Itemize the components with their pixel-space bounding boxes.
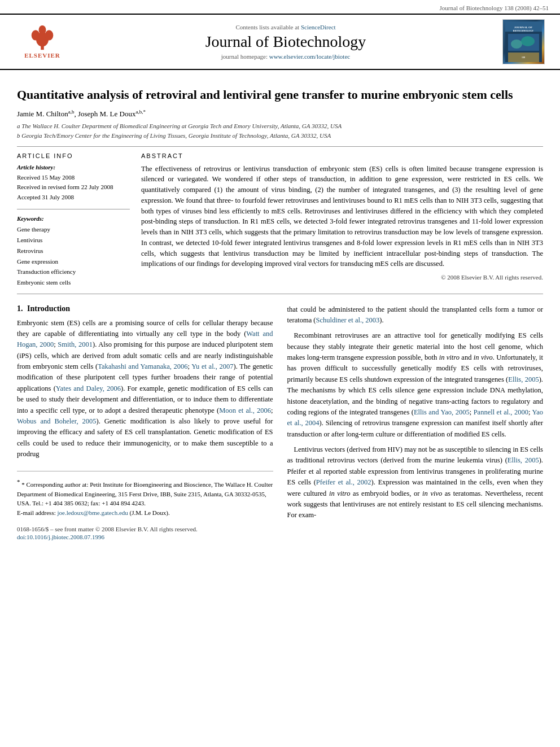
body-content: 1. Introduction Embryonic stem (ES) cell… [17, 304, 543, 541]
cover-image-svg: JOURNAL OF BIOTECHNOLOGY 138 [505, 21, 542, 62]
journal-cover-area: JOURNAL OF BIOTECHNOLOGY 138 [498, 19, 549, 64]
section1-para-right3: Lentivirus vectors (derived from HIV) ma… [287, 444, 544, 521]
svg-point-2 [32, 30, 40, 40]
body-col-left: 1. Introduction Embryonic stem (ES) cell… [17, 304, 273, 541]
svg-text:JOURNAL OF: JOURNAL OF [514, 26, 532, 29]
elsevier-logo-area: ELSEVIER [11, 25, 73, 59]
body-col-right: that could be administered to the patien… [287, 304, 544, 541]
ref-ellis-2005[interactable]: Ellis, 2005 [508, 375, 539, 383]
article-info-col: ARTICLE INFO Article history: Received 1… [17, 152, 130, 288]
keyword-1: Gene therapy [17, 224, 130, 235]
ref-watt-hogan[interactable]: Watt and Hogan, 2000 [17, 330, 273, 348]
section1-para-right2: Recombinant retroviruses are an attracti… [287, 330, 544, 440]
keyword-5: Transduction efficiency [17, 267, 130, 277]
page: Journal of Biotechnology 138 (2008) 42–5… [0, 0, 560, 747]
sciencedirect-link[interactable]: ScienceDirect [301, 24, 336, 30]
history-label: Article history: [17, 164, 130, 171]
dates: Received 15 May 2008 Received in revised… [17, 173, 130, 203]
email-suffix: (J.M. Le Doux). [130, 509, 170, 516]
ref-wobus[interactable]: Wobus and Boheler, 2005 [17, 417, 97, 425]
authors-line: Jamie M. Chiltona,b, Joseph M. Le Douxa,… [17, 109, 543, 119]
article-history: Article history: Received 15 May 2008 Re… [17, 164, 130, 203]
sciencedirect-prefix: Contents lists available at [235, 24, 300, 30]
ref-pfeifer[interactable]: Pfeifer et al., 2002 [316, 478, 371, 486]
elsevier-tree-icon [23, 25, 62, 51]
author1-sup: a,b [68, 109, 75, 115]
divider-keywords [17, 209, 130, 209]
author2-name: Joseph M. Le Doux [78, 110, 136, 118]
keyword-4: Gene expression [17, 256, 130, 267]
journal-cover-image: JOURNAL OF BIOTECHNOLOGY 138 [502, 19, 545, 64]
accepted-date: Accepted 31 July 2008 [17, 193, 130, 203]
main-content: Quantitative analysis of retroviral and … [0, 70, 560, 552]
keywords-label: Keywords: [17, 215, 130, 222]
section1-body-right: that could be administered to the patien… [287, 304, 544, 521]
reference-text: Journal of Biotechnology 138 (2008) 42–5… [440, 5, 549, 11]
homepage-link[interactable]: www.elsevier.com/locate/jbiotec [269, 53, 350, 60]
svg-point-10 [511, 40, 522, 49]
journal-header: ELSEVIER Contents lists available at Sci… [0, 14, 560, 70]
ref-yates[interactable]: Yates and Daley, 2006 [56, 385, 121, 392]
email-address[interactable]: joe.ledoux@bme.gatech.edu [57, 509, 128, 516]
section1-body: Embryonic stem (ES) cells are a promisin… [17, 318, 273, 460]
footnote-area: * * Corresponding author at: Petit Insti… [17, 471, 273, 540]
svg-text:BIOTECHNOLOGY: BIOTECHNOLOGY [513, 29, 533, 32]
section1-para-right1: that could be administered to the patien… [287, 304, 544, 326]
revised-date: Received in revised form 22 July 2008 [17, 182, 130, 193]
article-info-header: ARTICLE INFO [17, 152, 130, 159]
abstract-paragraph: The effectiveness of retrovirus or lenti… [141, 164, 543, 270]
ref-ellis-yao[interactable]: Ellis and Yao, 2005 [414, 408, 470, 416]
divider-1 [17, 146, 543, 147]
homepage-prefix: journal homepage: [221, 53, 269, 60]
keyword-3: Retrovirus [17, 246, 130, 256]
svg-point-3 [45, 30, 54, 40]
svg-point-4 [39, 25, 46, 35]
doi-line[interactable]: doi:10.1016/j.jbiotec.2008.07.1996 [17, 534, 198, 540]
footnote-text: * * Corresponding author at: Petit Insti… [17, 477, 273, 517]
abstract-text: The effectiveness of retrovirus or lenti… [141, 164, 543, 270]
body-two-col: 1. Introduction Embryonic stem (ES) cell… [17, 304, 543, 541]
received-date: Received 15 May 2008 [17, 173, 130, 183]
elsevier-text: ELSEVIER [24, 52, 60, 59]
abstract-header: ABSTRACT [141, 152, 543, 159]
keyword-2: Lentivirus [17, 235, 130, 246]
author1-name: Jamie M. Chilton [17, 110, 68, 118]
issn-line: 0168-1656/$ – see front matter © 2008 El… [17, 526, 198, 532]
sciencedirect-line: Contents lists available at ScienceDirec… [73, 24, 498, 30]
journal-title: Journal of Biotechnology [73, 33, 498, 51]
article-info-abstract: ARTICLE INFO Article history: Received 1… [17, 152, 543, 288]
affiliation-2: b Georgia Tech/Emory Center for the Engi… [17, 132, 543, 140]
svg-text:138: 138 [522, 56, 525, 59]
ref-pannell[interactable]: Pannell et al., 2000 [474, 408, 528, 416]
section1-para1: Embryonic stem (ES) cells are a promisin… [17, 318, 273, 460]
ref-schuldiner[interactable]: Schuldiner et al., 2003 [316, 316, 380, 324]
ref-smith-2001[interactable]: Smith, 2001 [58, 340, 93, 348]
ref-moon[interactable]: Moon et al., 2006 [219, 407, 271, 414]
footnote-asterisk: * [17, 478, 20, 485]
header-center: Contents lists available at ScienceDirec… [73, 24, 498, 60]
author2-sup: a,b,* [135, 109, 146, 115]
ref-takahashi[interactable]: Takahashi and Yamanaka, 2006 [98, 362, 187, 370]
journal-reference: Journal of Biotechnology 138 (2008) 42–5… [0, 0, 560, 14]
copyright-line: © 2008 Elsevier B.V. All rights reserved… [141, 274, 543, 281]
section1-number: 1. [17, 304, 23, 313]
keywords-section: Keywords: Gene therapy Lentivirus Retrov… [17, 215, 130, 287]
article-title: Quantitative analysis of retroviral and … [17, 87, 543, 103]
ref-ellis-2005b[interactable]: Ellis, 2005 [508, 456, 539, 464]
keyword-6: Embryonic stem cells [17, 277, 130, 288]
email-label: E-mail address: [17, 509, 56, 516]
affiliation-1: a The Wallace H. Coulter Department of B… [17, 122, 543, 130]
elsevier-logo: ELSEVIER [17, 25, 68, 59]
divider-body [17, 294, 543, 294]
section1-title: 1. Introduction [17, 304, 273, 313]
affiliations: a The Wallace H. Coulter Department of B… [17, 122, 543, 141]
ref-yu[interactable]: Yu et al., 2007 [191, 362, 233, 370]
abstract-col: ABSTRACT The effectiveness of retrovirus… [141, 152, 543, 288]
footnote-content: * Corresponding author at: Petit Institu… [17, 481, 273, 506]
footer-left: 0168-1656/$ – see front matter © 2008 El… [17, 526, 198, 540]
journal-homepage: journal homepage: www.elsevier.com/locat… [73, 53, 498, 60]
footer-bottom: 0168-1656/$ – see front matter © 2008 El… [17, 526, 273, 540]
svg-point-11 [521, 36, 535, 46]
section1-title-text: Introduction [27, 304, 70, 313]
